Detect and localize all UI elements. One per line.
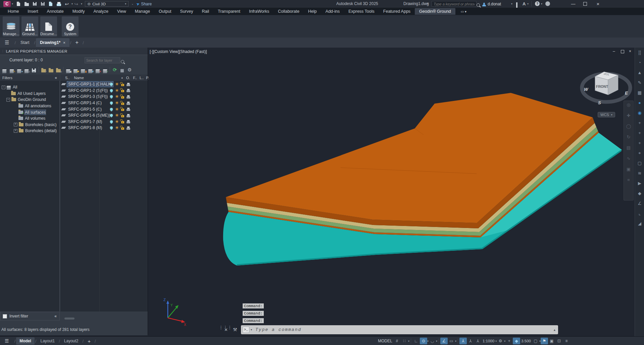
layer-unlock-icon[interactable]	[121, 121, 124, 123]
layer-unlock-icon[interactable]	[121, 103, 124, 105]
target-icon[interactable]: ⌖	[638, 151, 641, 155]
command-close-icon[interactable]: ✕	[224, 327, 228, 332]
restore-button[interactable]	[583, 2, 587, 6]
layer-freeze-icon[interactable]: ☀	[115, 113, 119, 117]
layer-new-star-icon[interactable]: ✱	[72, 66, 79, 72]
ortho-mode-icon[interactable]: ∟	[412, 338, 420, 344]
layer-standards-icon[interactable]: ▭	[55, 66, 62, 72]
horizontal-scrollbar-thumb[interactable]	[64, 318, 75, 320]
diamond-icon[interactable]: ◆	[638, 191, 641, 195]
polar-tracking-icon[interactable]: ⊙	[420, 338, 427, 344]
tab-transparent[interactable]: Transparent	[213, 8, 245, 15]
col-on[interactable]: O.	[126, 76, 130, 80]
orbit-icon[interactable]: ↻	[627, 134, 631, 139]
help-chevron-icon[interactable]: ▾	[541, 2, 542, 5]
redo-icon[interactable]: ↪	[73, 1, 80, 7]
app-logo[interactable]: C	[3, 1, 11, 7]
viewport-minimize-control[interactable]: [-]	[150, 49, 153, 54]
wcs-selector[interactable]: WCS ▾	[598, 112, 615, 117]
layer-freeze-icon[interactable]: ☀	[115, 126, 119, 130]
user-chevron-icon[interactable]: ▾	[511, 2, 512, 5]
customization-menu-icon[interactable]: ≡	[563, 338, 570, 344]
tree-item-all-volumes[interactable]: All volumes	[0, 115, 59, 122]
tree-item-boreholes-detail[interactable]: + Boreholes (detail)	[0, 128, 59, 134]
tab-model[interactable]: Model	[16, 337, 35, 345]
snap-mode-icon[interactable]: ∷	[401, 338, 408, 344]
triangle-tool-icon[interactable]: ▲	[638, 70, 642, 75]
layer-plot-icon[interactable]	[127, 121, 130, 123]
autodesk-account-icon[interactable]: A	[523, 1, 526, 6]
layer-set-current-icon[interactable]: ✓	[101, 66, 109, 72]
corner-icon[interactable]: ⌞	[639, 211, 641, 216]
layer-panel-icon[interactable]: ▣	[64, 66, 72, 72]
refresh-icon[interactable]: ⟳	[111, 66, 118, 72]
open-folder-icon[interactable]	[23, 1, 30, 7]
layer-freeze-icon[interactable]: ☀	[115, 101, 119, 105]
lineweight-chevron-icon[interactable]: ▾	[455, 340, 456, 343]
layer-search-input[interactable]	[85, 57, 120, 63]
angle-icon[interactable]: ∠	[638, 201, 642, 206]
collapse-node-icon[interactable]: −	[2, 85, 5, 89]
lpm-header[interactable]: ⋮⋮ LAYER PROPERTIES MANAGER	[0, 48, 148, 55]
elevation-value[interactable]: 3.500	[521, 339, 531, 343]
sphere-icon[interactable]	[545, 1, 550, 6]
viewcube-south[interactable]: S	[598, 100, 601, 105]
layer-row[interactable]: SRFC-GRP1-6 (S(ME)) ☀	[60, 112, 148, 119]
command-bar[interactable]: >_ ▾ Type a command ▲	[241, 325, 558, 334]
layer-unlock-icon[interactable]	[121, 127, 124, 130]
snap-chevron-icon[interactable]: ▾	[408, 340, 409, 343]
elevation-layers-icon[interactable]: ◆	[513, 338, 520, 344]
layer-freeze-icon[interactable]: ☀	[115, 95, 119, 99]
redo-chevron-icon[interactable]: ▾	[81, 2, 82, 5]
tree-item-all-annotations[interactable]: All annotations	[0, 103, 59, 109]
system-button[interactable]: ? System	[62, 16, 79, 37]
tab-layout2[interactable]: Layout2	[61, 337, 82, 345]
viewcube[interactable]: W S E TOP FRONT	[582, 72, 630, 105]
model-space-indicator[interactable]: MODEL	[378, 339, 392, 343]
area-icon[interactable]: ◔	[638, 60, 641, 65]
drawing-minimize-icon[interactable]: –	[613, 49, 618, 54]
layer-on-icon[interactable]	[110, 120, 113, 123]
layer-on-icon[interactable]	[110, 102, 113, 104]
layer-plot-icon[interactable]	[127, 103, 130, 105]
command-scroll-up-icon[interactable]: ▲	[553, 328, 556, 332]
new-property-filter-icon[interactable]	[47, 66, 55, 72]
tree-item-geodin-ground[interactable]: − GeoDin Ground	[0, 97, 59, 103]
layer-on-icon[interactable]	[110, 89, 113, 92]
save-icon[interactable]	[31, 1, 38, 7]
app-menu-chevron-icon[interactable]: ▾	[12, 2, 13, 5]
tab-home[interactable]: Home	[3, 8, 23, 15]
save-as-icon[interactable]	[39, 1, 46, 7]
layer-on-icon[interactable]	[110, 95, 113, 98]
layer-unlock-icon[interactable]	[121, 90, 124, 92]
snap-a-icon[interactable]: +	[638, 131, 641, 135]
tag-icon[interactable]: ⚑	[541, 338, 548, 344]
statusbar-menu-icon[interactable]: ☰	[5, 338, 9, 344]
drawing-restore-icon[interactable]	[621, 50, 624, 53]
collapse-pane-icon[interactable]: «	[54, 314, 57, 319]
layer-unlock-icon[interactable]	[121, 109, 124, 111]
tab-featured-apps[interactable]: Featured Apps	[379, 8, 415, 15]
tab-view[interactable]: View	[113, 8, 131, 15]
expand-node-icon[interactable]: +	[14, 129, 17, 133]
dynamic-input-icon[interactable]: ∠	[440, 338, 448, 344]
ground-button[interactable]: Ground...	[21, 16, 38, 37]
minimize-button[interactable]: —	[568, 1, 578, 6]
palette-grip-icon[interactable]: ⣿	[638, 50, 641, 55]
tab-rail[interactable]: Rail	[197, 8, 213, 15]
tab-infraworks[interactable]: InfraWorks	[245, 8, 274, 15]
tree-item-all[interactable]: − All	[0, 84, 59, 91]
new-layer-vp-icon[interactable]: ✎	[8, 66, 15, 72]
layer-state-icon[interactable]: ▾	[15, 66, 23, 72]
crosshair-icon[interactable]: +	[505, 338, 513, 344]
close-button[interactable]: ×	[593, 1, 603, 7]
tree-item-all-surfaces[interactable]: ✓ All surfaces	[0, 109, 59, 115]
layer-freeze-icon[interactable]: ☀	[115, 82, 119, 86]
tree-item-all-used-layers[interactable]: All Used Layers	[0, 91, 59, 97]
measure-icon[interactable]: ◢	[638, 221, 641, 226]
undo-icon[interactable]: ↩	[63, 1, 70, 7]
layer-plot-icon[interactable]	[127, 109, 130, 111]
col-lock[interactable]: L..	[140, 76, 144, 80]
plot-icon[interactable]	[55, 1, 62, 7]
viewport-visual-style-control[interactable]: [Shaded (Fast)]	[179, 49, 207, 54]
